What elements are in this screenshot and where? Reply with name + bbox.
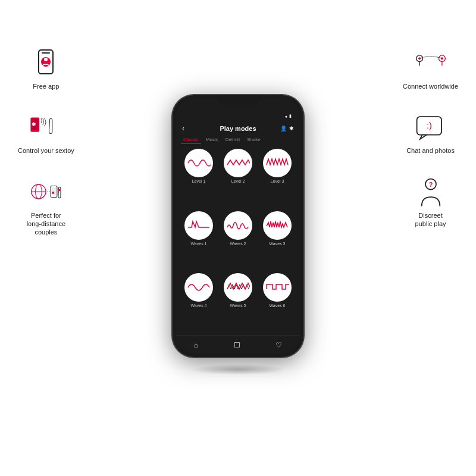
app-title: Play modes <box>220 125 256 132</box>
feature-discreet: ? Discreetpublic play <box>415 177 447 228</box>
feature-free-app: Free app <box>30 48 62 90</box>
longdistance-icon <box>30 177 62 209</box>
tab-classic[interactable]: Classic <box>181 136 201 144</box>
wave-circle-waves5 <box>224 273 252 302</box>
mode-grid: Level 1 Level 2 <box>176 145 300 336</box>
label-level3: Level 3 <box>271 179 284 183</box>
bottom-nav: ⌂ ☐ ♡ <box>176 336 300 353</box>
chat-label: Chat and photos <box>406 146 455 155</box>
feature-control: ✱ Control your sextoy <box>18 112 74 155</box>
status-bar: ● ▮ <box>176 109 300 123</box>
wave-svg-waves1 <box>187 217 211 234</box>
label-waves5: Waves 5 <box>230 303 246 308</box>
label-waves1: Waves 1 <box>191 242 207 246</box>
svg-point-3 <box>44 58 48 61</box>
wave-circle-waves3 <box>263 211 292 240</box>
feature-chat: :) Chat and photos <box>406 112 455 155</box>
right-features: Connect worldwide :) Chat and photos ? D… <box>403 48 458 228</box>
phone-outer: ● ▮ ‹ Play modes 👤 ✱ Classic Music Delim… <box>173 95 303 357</box>
chat-icon: :) <box>415 112 447 144</box>
discreet-label: Discreetpublic play <box>415 211 446 228</box>
control-icon: ✱ <box>30 112 62 144</box>
phone-notch <box>217 95 259 106</box>
chat-nav-icon[interactable]: ☐ <box>234 341 240 349</box>
connect-icon <box>415 48 447 80</box>
wave-circle-waves4 <box>184 273 213 302</box>
tab-delimit[interactable]: Delimit <box>223 136 242 144</box>
wave-svg-waves2 <box>226 217 250 234</box>
header-icons: 👤 ✱ <box>280 126 294 131</box>
wave-svg-level1 <box>187 154 211 172</box>
phone-mockup: ● ▮ ‹ Play modes 👤 ✱ Classic Music Delim… <box>173 95 303 357</box>
svg-text::): :) <box>426 121 431 130</box>
longdistance-label: Perfect forlong-distancecouples <box>27 211 65 237</box>
svg-rect-1 <box>42 52 50 54</box>
tab-music[interactable]: Music <box>203 136 221 144</box>
home-nav-icon[interactable]: ⌂ <box>194 341 198 349</box>
discreet-icon: ? <box>415 177 447 209</box>
svg-text:✱: ✱ <box>32 121 36 128</box>
grid-item-waves5[interactable]: Waves 5 <box>220 273 256 332</box>
free-app-label: Free app <box>33 82 59 90</box>
grid-item-waves1[interactable]: Waves 1 <box>181 211 217 270</box>
wave-svg-waves3 <box>265 217 289 234</box>
grid-item-level3[interactable]: Level 3 <box>259 149 295 208</box>
profile-nav-icon[interactable]: ♡ <box>275 341 282 349</box>
tab-shake[interactable]: Shake <box>245 136 263 144</box>
grid-item-level2[interactable]: Level 2 <box>220 149 256 208</box>
connect-label: Connect worldwide <box>403 82 458 90</box>
label-waves4: Waves 4 <box>191 303 207 308</box>
bluetooth-icon: ✱ <box>289 126 294 131</box>
label-level2: Level 2 <box>231 179 245 183</box>
phone-reflection <box>190 364 286 375</box>
svg-text:?: ? <box>428 181 433 188</box>
wave-svg-level2 <box>226 154 250 172</box>
feature-connect: Connect worldwide <box>403 48 458 90</box>
grid-item-waves2[interactable]: Waves 2 <box>220 211 256 270</box>
wave-circle-waves2 <box>224 211 252 240</box>
wave-circle-level1 <box>184 149 213 177</box>
back-button[interactable]: ‹ <box>182 124 184 133</box>
wave-svg-level3 <box>265 154 289 172</box>
battery-icon: ▮ <box>289 114 292 118</box>
phone-screen: ● ▮ ‹ Play modes 👤 ✱ Classic Music Delim… <box>176 99 300 353</box>
account-icon: 👤 <box>280 126 287 131</box>
wave-circle-waves1 <box>184 211 213 240</box>
wave-svg-waves4 <box>187 278 211 296</box>
control-label: Control your sextoy <box>18 146 74 155</box>
label-waves3: Waves 3 <box>270 242 286 246</box>
feature-longdistance: Perfect forlong-distancecouples <box>27 177 65 237</box>
grid-item-waves4[interactable]: Waves 4 <box>181 273 217 332</box>
label-waves6: Waves 6 <box>270 303 286 308</box>
label-level1: Level 1 <box>192 179 206 183</box>
svg-rect-12 <box>52 187 57 195</box>
wifi-icon: ● <box>285 114 287 118</box>
svg-point-13 <box>52 192 55 194</box>
wave-circle-level3 <box>263 149 292 177</box>
grid-item-waves3[interactable]: Waves 3 <box>259 211 295 270</box>
wave-svg-waves6 <box>265 278 289 296</box>
label-waves2: Waves 2 <box>230 242 246 246</box>
grid-item-level1[interactable]: Level 1 <box>181 149 217 208</box>
left-features: Free app ✱ Control your sextoy <box>18 48 74 236</box>
status-icons: ● ▮ <box>285 114 292 118</box>
wave-circle-waves6 <box>263 273 292 302</box>
app-header: ‹ Play modes 👤 ✱ <box>176 123 300 134</box>
free-app-icon <box>30 48 62 80</box>
wave-circle-level2 <box>224 149 252 177</box>
wave-svg-waves5 <box>226 278 250 296</box>
svg-point-14 <box>58 189 61 191</box>
grid-item-waves6[interactable]: Waves 6 <box>259 273 295 332</box>
app-tabs: Classic Music Delimit Shake <box>176 134 300 145</box>
